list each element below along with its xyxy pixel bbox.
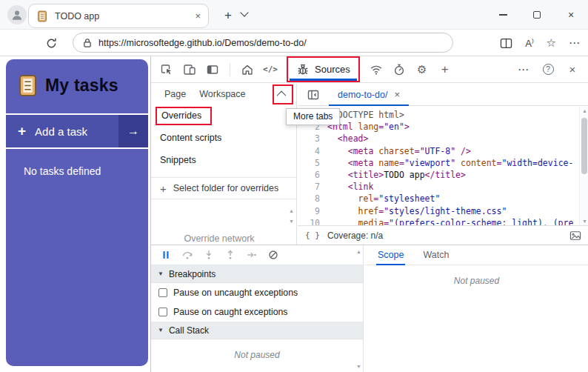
triangle-down-icon: ▼ — [158, 270, 164, 277]
refresh-button[interactable] — [41, 33, 61, 53]
browser-tab-todo-app[interactable]: TODO app × — [28, 4, 209, 28]
tab-application[interactable]: ⚙ — [412, 60, 432, 79]
ellipsis-icon: ⋯ — [518, 63, 529, 76]
call-stack-section-header[interactable]: ▼ Call Stack — [151, 322, 363, 339]
lock-icon[interactable] — [83, 38, 92, 48]
more-tabs-button[interactable] — [274, 86, 292, 103]
navigator-tab-page[interactable]: Page — [164, 89, 186, 99]
breakpoints-section-header[interactable]: ▼ Breakpoints — [151, 265, 363, 283]
window-controls: × — [486, 0, 588, 30]
step-icon — [246, 249, 258, 261]
more-tools-button[interactable]: + — [435, 60, 455, 79]
debugger-sidebar: ▼ Breakpoints Pause on uncaught exceptio… — [151, 245, 364, 372]
editor-tab-label: demo-to-do/ — [338, 90, 387, 100]
debugger-area: ▼ Breakpoints Pause on uncaught exceptio… — [151, 245, 588, 372]
deactivate-breakpoints-button[interactable] — [266, 248, 281, 262]
tab-performance[interactable] — [390, 60, 409, 79]
focus-mode-button[interactable] — [203, 60, 222, 79]
tab-elements[interactable]: </> — [261, 60, 280, 79]
tab-sources[interactable]: Sources — [288, 58, 358, 81]
tab-scope[interactable]: Scope — [378, 245, 404, 265]
tab-watch[interactable]: Watch — [423, 250, 449, 260]
devtools-help-button[interactable]: ? — [538, 60, 558, 79]
tab-close-icon[interactable]: × — [195, 11, 201, 21]
scroll-down-icon[interactable]: ▼ — [356, 364, 361, 369]
editor-tab-bar: demo-to-do/ × — [298, 84, 588, 106]
call-stack-not-paused: Not paused — [151, 350, 363, 360]
image-preview-button[interactable] — [569, 230, 581, 241]
editor-tab-demo-to-do[interactable]: demo-to-do/ × — [329, 84, 409, 106]
add-task-button[interactable]: + Add a task → — [6, 113, 148, 149]
pause-uncaught-row: Pause on uncaught exceptions — [151, 283, 363, 302]
tab-title: TODO app — [55, 11, 195, 21]
scroll-down-icon[interactable]: ▼ — [580, 219, 588, 224]
devtools-more-options-button[interactable]: ⋯ — [514, 60, 533, 79]
navigator-item-snippets[interactable]: Snippets — [151, 149, 296, 171]
step-into-button[interactable] — [201, 248, 216, 262]
notebook-icon — [18, 74, 38, 97]
chevron-up-icon — [277, 90, 287, 100]
favorites-star-icon[interactable]: ☆ — [547, 36, 556, 50]
sources-main-area: Page Workspace ⋮ Overrides Content scrip… — [151, 84, 588, 245]
navigator-scrollbar[interactable]: ▲ ▼ — [287, 208, 295, 224]
pretty-print-icon[interactable]: { } — [305, 230, 320, 240]
step-over-icon — [181, 249, 193, 261]
url-text: https://microsoftedge.github.io/Demos/de… — [98, 38, 307, 48]
minimize-button[interactable] — [486, 0, 520, 30]
editor-scrollbar[interactable]: ▲ ▼ — [579, 107, 588, 225]
line-number-gutter[interactable]: 12345678910 — [298, 109, 320, 225]
scroll-up-icon[interactable]: ▲ — [580, 108, 588, 113]
address-bar[interactable]: https://microsoftedge.github.io/Demos/de… — [73, 33, 453, 53]
code-view: 12345678910 <!DOCTYPE html><html lang="e… — [298, 107, 588, 225]
navigator-item-overrides[interactable]: Overrides — [151, 104, 296, 127]
pause-script-button[interactable] — [158, 248, 173, 262]
maximize-icon — [533, 11, 541, 19]
new-tab-button[interactable]: + — [219, 7, 237, 24]
navigator-item-content-scripts[interactable]: Content scripts — [151, 127, 296, 149]
editor-tab-close-icon[interactable]: × — [394, 89, 400, 100]
plus-icon: + — [441, 62, 449, 77]
tab-list-chevron-icon[interactable] — [241, 11, 250, 20]
scope-pane: Scope Watch Not paused — [364, 245, 588, 372]
scrollbar-thumb[interactable] — [581, 118, 587, 174]
tab-welcome[interactable] — [238, 60, 257, 79]
panel-header: My tasks — [6, 59, 148, 97]
scroll-up-icon[interactable]: ▲ — [356, 249, 361, 254]
window-close-button[interactable]: × — [554, 0, 588, 30]
profile-avatar[interactable] — [7, 5, 27, 24]
maximize-button[interactable] — [520, 0, 554, 30]
person-icon — [10, 8, 24, 21]
step-out-icon — [224, 249, 236, 261]
step-over-button[interactable] — [180, 248, 195, 262]
split-screen-icon[interactable] — [500, 38, 512, 49]
overrides-annotation[interactable]: Overrides — [156, 107, 212, 125]
scroll-down-icon[interactable]: ▼ — [289, 219, 294, 224]
todo-app-favicon — [36, 10, 48, 22]
tab-network[interactable] — [367, 60, 386, 79]
picture-icon — [569, 230, 581, 241]
step-out-button[interactable] — [223, 248, 238, 262]
devtools-close-button[interactable]: × — [563, 60, 582, 79]
device-emulation-button[interactable] — [180, 60, 199, 79]
browser-window: TODO app × + × https://microsoftedge.git… — [0, 0, 588, 372]
pause-caught-checkbox[interactable] — [158, 308, 167, 316]
settings-more-icon[interactable]: ⋯ — [569, 36, 581, 50]
inspect-element-button[interactable] — [157, 60, 176, 79]
page-title: My tasks — [45, 76, 118, 96]
read-aloud-icon[interactable]: A) — [525, 38, 533, 49]
add-task-label: Add a task — [35, 125, 87, 138]
title-bar: TODO app × + × — [0, 0, 588, 30]
scroll-up-icon[interactable]: ▲ — [289, 208, 294, 213]
step-into-icon — [203, 249, 215, 261]
select-folder-for-overrides-button[interactable]: + Select folder for overrides — [151, 177, 296, 199]
address-toolbar: https://microsoftedge.github.io/Demos/de… — [0, 30, 588, 56]
submit-arrow-button[interactable]: → — [118, 115, 148, 147]
inspect-icon — [160, 63, 173, 76]
pause-uncaught-checkbox[interactable] — [158, 288, 167, 297]
step-button[interactable] — [244, 248, 259, 262]
hide-navigator-button[interactable] — [304, 85, 323, 104]
override-network-text: Override network — [151, 233, 287, 244]
code-brackets-icon: </> — [263, 64, 278, 74]
gear-icon: ⚙ — [417, 63, 427, 76]
navigator-tab-workspace[interactable]: Workspace — [199, 89, 245, 99]
